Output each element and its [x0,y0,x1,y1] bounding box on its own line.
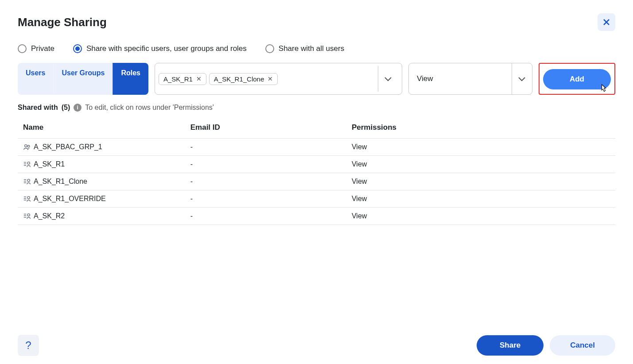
row-permission[interactable]: View [346,190,615,208]
chip-label: A_SK_R1 [163,75,193,83]
modal-footer: ? Share Cancel [18,335,615,356]
table-row[interactable]: A_SK_R1_OVERRIDE-View [18,190,615,208]
col-header-email: Email ID [185,117,346,139]
share-mode-radios: Private Share with specific users, user … [18,44,615,53]
tab-roles[interactable]: Roles [113,63,148,95]
shared-with-count: (5) [62,104,70,112]
tab-users[interactable]: Users [18,63,53,95]
svg-point-19 [27,214,30,216]
col-header-name: Name [18,117,185,139]
table-row[interactable]: A_SK_R1_Clone-View [18,173,615,190]
row-name: A_SK_R1_Clone [34,178,87,186]
shared-with-summary: Shared with (5) i To edit, click on rows… [18,104,615,112]
role-icon [23,212,31,220]
radio-private[interactable]: Private [18,44,54,53]
row-email: - [185,208,346,225]
row-name: A_SK_R1 [34,160,65,168]
col-header-permissions: Permissions [346,117,615,139]
cursor-icon [598,83,608,93]
radio-private-label: Private [31,44,54,53]
row-permission[interactable]: View [346,173,615,190]
row-email: - [185,156,346,173]
modal-title: Manage Sharing [18,15,107,29]
table-row[interactable]: A_SK_R2-View [18,208,615,225]
chip-remove-icon[interactable]: ✕ [268,75,273,82]
permission-select-value: View [417,74,433,83]
chevron-down-icon [518,76,526,81]
svg-point-3 [27,145,30,147]
chip: A_SK_R1 ✕ [159,73,206,85]
table-row[interactable]: A_SK_R1-View [18,156,615,173]
row-email: - [185,139,346,156]
tab-user-groups[interactable]: User Groups [53,63,113,95]
shared-with-hint: To edit, click on rows under 'Permission… [85,104,214,112]
radio-specific[interactable]: Share with specific users, user groups a… [73,44,247,53]
info-icon: i [74,104,82,112]
chip: A_SK_R1_Clone ✕ [209,73,278,85]
role-icon [23,195,31,203]
manage-sharing-modal: Manage Sharing Private Share with specif… [0,0,633,364]
role-icon [23,178,31,186]
close-button[interactable] [598,13,615,31]
multiselect-dropdown-toggle[interactable] [378,66,398,92]
svg-point-7 [27,162,30,164]
controls-row: Users User Groups Roles A_SK_R1 ✕ A_SK_R… [18,63,615,95]
shared-with-label: Shared with [18,104,58,112]
permission-select-toggle[interactable] [512,63,532,94]
chip-label: A_SK_R1_Clone [214,75,264,83]
row-email: - [185,173,346,190]
shared-with-table: Name Email ID Permissions A_SK_PBAC_GRP_… [18,117,615,225]
svg-point-2 [25,145,27,147]
share-button[interactable]: Share [477,335,544,356]
permission-select[interactable]: View [408,63,532,95]
row-name: A_SK_PBAC_GRP_1 [34,143,102,151]
cancel-button[interactable]: Cancel [550,335,615,356]
row-permission[interactable]: View [346,139,615,156]
group-icon [23,143,31,151]
radio-all-users[interactable]: Share with all users [265,44,344,53]
svg-point-11 [27,179,30,182]
radio-all-users-label: Share with all users [279,44,344,53]
row-permission[interactable]: View [346,156,615,173]
add-button-highlight: Add [539,63,615,95]
role-icon [23,160,31,168]
close-icon [602,18,610,26]
radio-specific-label: Share with specific users, user groups a… [86,44,247,53]
chevron-down-icon [384,76,392,81]
row-email: - [185,190,346,208]
svg-point-15 [27,197,30,199]
table-row[interactable]: A_SK_PBAC_GRP_1-View [18,139,615,156]
modal-header: Manage Sharing [18,13,615,31]
chip-remove-icon[interactable]: ✕ [196,75,202,82]
row-permission[interactable]: View [346,208,615,225]
row-name: A_SK_R1_OVERRIDE [34,195,106,203]
roles-multiselect[interactable]: A_SK_R1 ✕ A_SK_R1_Clone ✕ [155,63,402,95]
help-button[interactable]: ? [18,335,39,356]
row-name: A_SK_R2 [34,212,65,220]
entity-tabs: Users User Groups Roles [18,63,148,95]
